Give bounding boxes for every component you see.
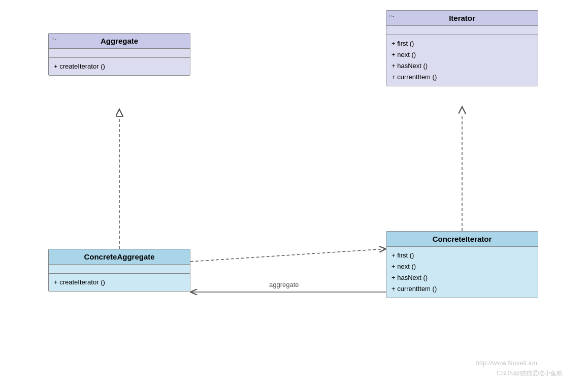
aggregate-header: ○- Aggregate xyxy=(49,34,190,48)
uml-canvas: ○- Aggregate + createIterator () ○- Iter… xyxy=(0,0,588,387)
concrete-aggregate-class: ConcreteAggregate + createIterator () xyxy=(48,249,190,292)
aggregate-methods: + createIterator () xyxy=(49,57,190,75)
dependency-arrow xyxy=(190,249,386,262)
concrete-aggregate-header: ConcreteAggregate xyxy=(49,249,190,264)
iterator-methods: + first () + next () + hasNext () + curr… xyxy=(386,35,538,86)
interface-marker-iterator: ○- xyxy=(389,13,394,19)
iterator-method-4: + currentItem () xyxy=(391,72,533,83)
aggregate-class: ○- Aggregate + createIterator () xyxy=(48,33,190,76)
concrete-iterator-method-1: + first () xyxy=(391,250,533,261)
concrete-iterator-class: ConcreteIterator + first () + next () + … xyxy=(386,231,538,298)
iterator-method-2: + next () xyxy=(391,49,533,60)
concrete-iterator-method-2: + next () xyxy=(391,261,533,272)
concrete-iterator-method-3: + hasNext () xyxy=(391,272,533,283)
concrete-aggregate-title: ConcreteAggregate xyxy=(84,252,154,261)
iterator-header: ○- Iterator xyxy=(386,11,538,25)
aggregate-empty-section xyxy=(49,48,190,57)
concrete-iterator-header: ConcreteIterator xyxy=(386,232,538,246)
iterator-method-3: + hasNext () xyxy=(391,60,533,72)
concrete-aggregate-empty-section xyxy=(49,264,190,273)
concrete-iterator-method-4: + currentItem () xyxy=(391,283,533,295)
iterator-class: ○- Iterator + first () + next () + hasNe… xyxy=(386,10,538,86)
concrete-iterator-title: ConcreteIterator xyxy=(433,235,492,243)
concrete-iterator-methods: + first () + next () + hasNext () + curr… xyxy=(386,246,538,298)
concrete-aggregate-method-1: + createIterator () xyxy=(54,277,185,288)
watermark: http://www.NovelLion xyxy=(476,359,537,367)
aggregate-title: Aggregate xyxy=(101,37,138,45)
iterator-empty-section xyxy=(386,25,538,35)
iterator-title: Iterator xyxy=(449,14,475,22)
credit: CSDN@猫猫爱吃小鱼粮 xyxy=(497,369,563,378)
iterator-method-1: + first () xyxy=(391,38,533,49)
association-label: aggregate xyxy=(269,281,299,288)
aggregate-method-1: + createIterator () xyxy=(54,61,185,72)
concrete-aggregate-methods: + createIterator () xyxy=(49,273,190,291)
interface-marker-aggregate: ○- xyxy=(51,36,56,42)
